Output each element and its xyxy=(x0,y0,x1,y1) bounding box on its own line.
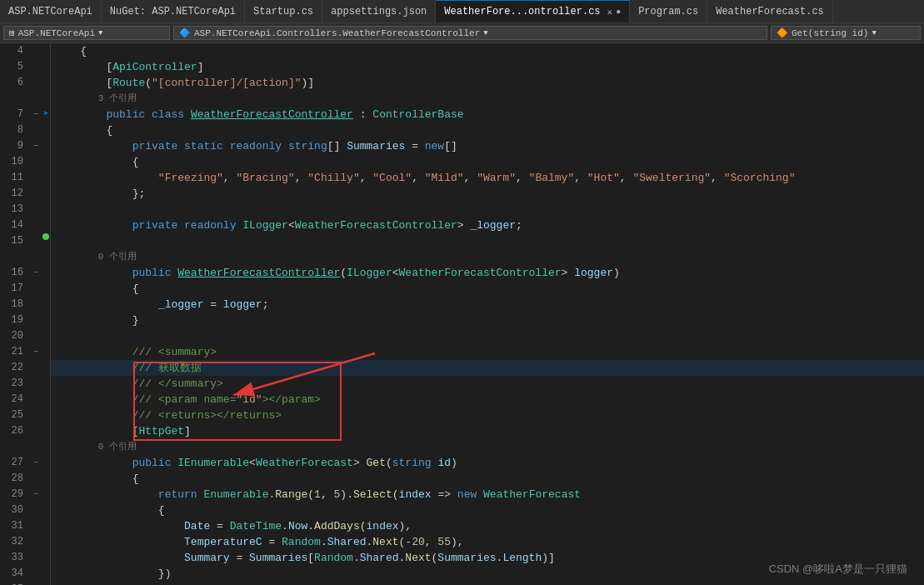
code-content-32: TemperatureC = Random.Shared.Next(-20, 5… xyxy=(51,534,464,550)
watermark: CSDN @哆啦A梦是一只狸猫 xyxy=(769,562,907,577)
tab-weather-controller[interactable]: WeatherFore...ontroller.cs ✕ ● xyxy=(436,0,630,22)
tab-startup[interactable]: Startup.cs xyxy=(245,0,322,22)
line-row-ref1 xyxy=(0,91,50,107)
tab-weatherforecast-label: WeatherForecast.cs xyxy=(716,6,824,18)
line-num-7: 7 xyxy=(0,107,30,122)
line-row-5: 5 xyxy=(0,59,50,75)
line-num-28: 28 xyxy=(0,471,30,487)
line-row-21: 21 − xyxy=(0,344,50,360)
project-dropdown[interactable]: ⊞ ASP.NETCoreApi ▼ xyxy=(3,26,170,40)
tab-weatherforecast[interactable]: WeatherForecast.cs xyxy=(707,0,833,22)
line-fold-7[interactable]: − xyxy=(30,107,42,122)
code-content-12: }; xyxy=(51,186,145,202)
code-line-7: public class WeatherForecastController :… xyxy=(51,107,924,122)
code-content-14: private readonly ILogger<WeatherForecast… xyxy=(51,218,522,233)
code-line-21: /// <summary> xyxy=(51,344,924,360)
code-line-29: return Enumerable.Range(1, 5).Select(ind… xyxy=(51,487,924,502)
code-content-35: .ToArray(); xyxy=(51,582,230,585)
tab-program-label: Program.cs xyxy=(638,6,698,18)
line-indicator-15 xyxy=(42,233,50,240)
line-row-24: 24 xyxy=(0,392,50,408)
line-row-4: 4 xyxy=(0,43,50,59)
line-row-23: 23 xyxy=(0,376,50,392)
tab-program[interactable]: Program.cs xyxy=(630,0,707,22)
code-content-10: { xyxy=(51,154,138,170)
tab-asp-label: ASP.NETCoreApi xyxy=(8,6,92,18)
line-row-7: 7 − ➤ xyxy=(0,107,50,122)
line-num-4: 4 xyxy=(0,43,30,59)
line-num-5: 5 xyxy=(0,59,30,75)
code-line-6: [Route("[controller]/[action]")] xyxy=(51,75,924,91)
code-line-31: Date = DateTime.Now.AddDays(index), xyxy=(51,518,924,534)
class-dropdown[interactable]: 🔷 ASP.NETCoreApi.Controllers.WeatherFore… xyxy=(173,26,767,40)
code-area[interactable]: { [ApiController] [Route("[controller]/[… xyxy=(51,43,924,585)
line-num-12: 12 xyxy=(0,186,30,202)
code-content-18: _logger = logger; xyxy=(51,297,268,312)
code-content-6: [Route("[controller]/[action]")] xyxy=(51,75,314,91)
nav-bar: ⊞ ASP.NETCoreApi ▼ 🔷 ASP.NETCoreApi.Cont… xyxy=(0,23,924,43)
line-row-15: 15 xyxy=(0,233,50,249)
project-dropdown-label: ASP.NETCoreApi xyxy=(18,28,95,38)
project-dropdown-arrow: ▼ xyxy=(98,29,102,38)
tab-nuget[interactable]: NuGet: ASP.NETCoreApi xyxy=(102,0,245,22)
tab-weather-controller-close[interactable]: ✕ xyxy=(607,7,613,18)
line-num-27: 27 xyxy=(0,455,30,471)
tab-appsettings-label: appsettings.json xyxy=(331,6,427,18)
line-row-33: 33 xyxy=(0,550,50,566)
tab-nuget-label: NuGet: ASP.NETCoreApi xyxy=(110,6,236,18)
line-num-32: 32 xyxy=(0,534,30,550)
code-line-28: { xyxy=(51,471,924,487)
method-dropdown-arrow: ▼ xyxy=(872,29,876,38)
code-line-25: /// <returns></returns> xyxy=(51,408,924,423)
line-num-20: 20 xyxy=(0,328,30,344)
code-content-ref2: 0 个引用 xyxy=(51,249,137,265)
code-line-ref3: 0 个引用 xyxy=(51,439,924,455)
code-content-ref3: 0 个引用 xyxy=(51,439,137,455)
line-row-13: 13 xyxy=(0,202,50,218)
line-row-10: 10 xyxy=(0,154,50,170)
code-content-15 xyxy=(51,233,61,249)
line-num-34: 34 xyxy=(0,566,30,582)
line-row-6: 6 xyxy=(0,75,50,91)
code-content-4: { xyxy=(51,43,87,59)
line-fold-16[interactable]: − xyxy=(30,265,42,281)
tab-asp[interactable]: ASP.NETCoreApi xyxy=(0,0,102,22)
method-dropdown-label: Get(string id) xyxy=(792,28,868,38)
method-dropdown[interactable]: 🔶 Get(string id) ▼ xyxy=(771,26,921,40)
editor-container: 4 5 6 7 xyxy=(0,43,924,585)
code-line-20 xyxy=(51,328,924,344)
code-content-30: { xyxy=(51,502,165,518)
code-line-18: _logger = logger; xyxy=(51,297,924,312)
class-dropdown-arrow: ▼ xyxy=(483,29,487,38)
code-line-9: private static readonly string[] Summari… xyxy=(51,138,924,154)
line-row-34: 34 xyxy=(0,566,50,582)
class-dropdown-label: ASP.NETCoreApi.Controllers.WeatherForeca… xyxy=(194,28,480,38)
line-row-35: 35 xyxy=(0,582,50,585)
code-content-ref1: 3 个引用 xyxy=(51,91,137,107)
code-content-28: { xyxy=(51,471,138,487)
line-row-ref3 xyxy=(0,439,50,455)
code-content-29: return Enumerable.Range(1, 5).Select(ind… xyxy=(51,487,581,502)
editor-window: ASP.NETCoreApi NuGet: ASP.NETCoreApi Sta… xyxy=(0,0,924,585)
line-row-12: 12 xyxy=(0,186,50,202)
line-num-19: 19 xyxy=(0,312,30,328)
code-content-17: { xyxy=(51,281,138,297)
line-num-11: 11 xyxy=(0,170,30,186)
code-line-23: /// </summary> xyxy=(51,376,924,392)
line-fold-29[interactable]: − xyxy=(30,487,42,502)
line-num-33: 33 xyxy=(0,550,30,566)
line-num-15: 15 xyxy=(0,233,30,249)
tab-appsettings[interactable]: appsettings.json xyxy=(322,0,436,22)
code-line-8: { xyxy=(51,122,924,138)
line-num-31: 31 xyxy=(0,518,30,534)
line-fold-27[interactable]: − xyxy=(30,455,42,471)
code-line-5: [ApiController] xyxy=(51,59,924,75)
line-fold-21[interactable]: − xyxy=(30,344,42,360)
code-content-11: "Freezing", "Bracing", "Chilly", "Cool",… xyxy=(51,170,795,186)
line-fold-9[interactable]: − xyxy=(30,138,42,154)
code-line-35: .ToArray(); xyxy=(51,582,924,585)
line-num-26: 26 xyxy=(0,423,30,439)
code-content-13 xyxy=(51,202,61,218)
line-row-29: 29 − xyxy=(0,487,50,502)
line-row-ref2 xyxy=(0,249,50,265)
